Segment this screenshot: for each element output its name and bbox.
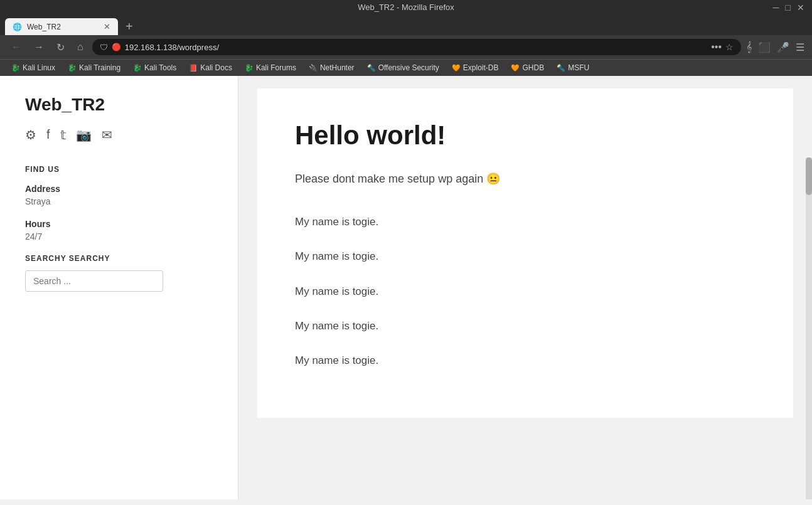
bookmark-nethunter-label: NetHunter [320, 63, 355, 72]
page-wrapper: Web_TR2 ⚙ f 𝕥 📷 ✉ FIND US Address Straya… [0, 76, 812, 499]
library-icon[interactable]: 𝄞 [746, 41, 752, 53]
shield-icon: 🛡 [100, 43, 108, 52]
bookmark-nethunter[interactable]: 🔌 NetHunter [304, 62, 360, 73]
article-body: My name is togie. My name is togie. My n… [295, 213, 756, 369]
tab-bar: 🌐 Web_TR2 ✕ + [0, 14, 812, 35]
scrollbar-thumb[interactable] [806, 157, 812, 195]
nethunter-icon: 🔌 [309, 64, 318, 72]
find-us-section-title: FIND US [25, 165, 213, 174]
bookmark-kali-docs[interactable]: 📕 Kali Docs [184, 62, 237, 73]
kali-training-icon: 🐉 [68, 64, 77, 72]
bookmark-exploit-db[interactable]: 🧡 Exploit-DB [447, 62, 504, 73]
article-line-5: My name is togie. [295, 352, 756, 369]
back-button[interactable]: ← [8, 40, 25, 54]
social-icons: ⚙ f 𝕥 📷 ✉ [25, 127, 213, 142]
url-favicon-icon: 🔴 [112, 43, 121, 51]
bookmark-kali-training[interactable]: 🐉 Kali Training [63, 62, 126, 73]
article-intro-text: Please dont make me setup wp again 😐 [295, 173, 500, 185]
hours-value: 24/7 [25, 231, 213, 242]
kali-tools-icon: 🐉 [133, 64, 142, 72]
bookmark-kali-docs-label: Kali Docs [200, 63, 232, 72]
article-intro: Please dont make me setup wp again 😐 [295, 170, 756, 188]
bookmark-offensive-security[interactable]: 🔦 Offensive Security [362, 62, 444, 73]
sidebar: Web_TR2 ⚙ f 𝕥 📷 ✉ FIND US Address Straya… [0, 76, 238, 499]
active-tab[interactable]: 🌐 Web_TR2 ✕ [5, 18, 118, 35]
tab-label: Web_TR2 [27, 23, 61, 31]
exploit-db-icon: 🧡 [452, 64, 461, 72]
close-button[interactable]: ✕ [797, 3, 804, 13]
bookmark-kali-forums-label: Kali Forums [256, 63, 296, 72]
search-section: SEARCHY SEARCHY [25, 254, 213, 292]
url-menu-dots[interactable]: ••• [711, 41, 722, 53]
browser-toolbar-icons: 𝄞 ⬛ 🎤 ☰ [746, 41, 804, 53]
bookmark-offensive-security-label: Offensive Security [378, 63, 439, 72]
page-content: Web_TR2 ⚙ f 𝕥 📷 ✉ FIND US Address Straya… [0, 76, 812, 499]
bookmark-kali-linux[interactable]: 🐉 Kali Linux [6, 62, 60, 73]
restore-button[interactable]: □ [786, 3, 791, 13]
sidebar-icon[interactable]: ⬛ [758, 41, 771, 53]
bookmark-star-icon[interactable]: ☆ [725, 42, 734, 52]
kali-linux-icon: 🐉 [11, 64, 20, 72]
menu-icon[interactable]: ☰ [796, 41, 804, 53]
social-icon-rss[interactable]: ⚙ [25, 127, 36, 142]
msfu-icon: 🔦 [557, 64, 565, 72]
bookmark-kali-tools-label: Kali Tools [144, 63, 176, 72]
url-bar: ← → ↻ ⌂ 🛡 🔴 192.168.1.138/wordpress/ •••… [0, 35, 812, 59]
kali-docs-icon: 📕 [189, 64, 198, 72]
site-title: Web_TR2 [25, 95, 213, 115]
search-section-title: SEARCHY SEARCHY [25, 254, 213, 263]
bookmark-kali-training-label: Kali Training [79, 63, 120, 72]
window-title: Web_TR2 - Mozilla Firefox [358, 3, 454, 12]
window-controls: ─ □ ✕ [773, 3, 804, 13]
bookmark-msfu-label: MSFU [568, 63, 589, 72]
address-value: Straya [25, 196, 213, 206]
article-line-2: My name is togie. [295, 248, 756, 265]
tab-close-button[interactable]: ✕ [104, 22, 110, 31]
home-button[interactable]: ⌂ [73, 40, 87, 54]
bookmark-exploit-db-label: Exploit-DB [463, 63, 499, 72]
new-tab-button[interactable]: + [120, 19, 138, 34]
bookmark-ghdb[interactable]: 🧡 GHDB [506, 62, 549, 73]
offensive-security-icon: 🔦 [367, 64, 376, 72]
social-icon-instagram[interactable]: 📷 [76, 127, 92, 142]
microphone-icon[interactable]: 🎤 [777, 41, 789, 53]
social-icon-twitter[interactable]: 𝕥 [60, 127, 66, 142]
article-card: Hello world! Please dont make me setup w… [257, 88, 793, 418]
main-content: Hello world! Please dont make me setup w… [238, 76, 812, 499]
ghdb-icon: 🧡 [511, 64, 520, 72]
title-bar: Web_TR2 - Mozilla Firefox ─ □ ✕ [0, 0, 812, 14]
kali-forums-icon: 🐉 [245, 64, 254, 72]
tab-favicon: 🌐 [13, 23, 22, 31]
article-title: Hello world! [295, 120, 756, 151]
bookmarks-bar: 🐉 Kali Linux 🐉 Kali Training 🐉 Kali Tool… [0, 59, 812, 76]
search-input[interactable] [25, 270, 163, 292]
bookmark-kali-linux-label: Kali Linux [23, 63, 55, 72]
bookmark-kali-forums[interactable]: 🐉 Kali Forums [240, 62, 301, 73]
social-icon-facebook[interactable]: f [46, 127, 50, 142]
bookmark-ghdb-label: GHDB [522, 63, 544, 72]
browser-chrome: Web_TR2 - Mozilla Firefox ─ □ ✕ 🌐 Web_TR… [0, 0, 812, 76]
url-input-wrap[interactable]: 🛡 🔴 192.168.1.138/wordpress/ ••• ☆ [92, 39, 741, 55]
social-icon-email[interactable]: ✉ [102, 127, 112, 142]
article-line-3: My name is togie. [295, 283, 756, 300]
article-line-1: My name is togie. [295, 213, 756, 230]
scrollbar-track[interactable] [806, 157, 812, 499]
hours-label: Hours [25, 219, 213, 229]
reload-button[interactable]: ↻ [53, 40, 68, 55]
bookmark-kali-tools[interactable]: 🐉 Kali Tools [128, 62, 181, 73]
url-display[interactable]: 192.168.1.138/wordpress/ [125, 43, 708, 52]
minimize-button[interactable]: ─ [773, 3, 779, 13]
address-label: Address [25, 184, 213, 194]
forward-button[interactable]: → [30, 40, 48, 54]
article-line-4: My name is togie. [295, 317, 756, 334]
bookmark-msfu[interactable]: 🔦 MSFU [552, 62, 594, 73]
